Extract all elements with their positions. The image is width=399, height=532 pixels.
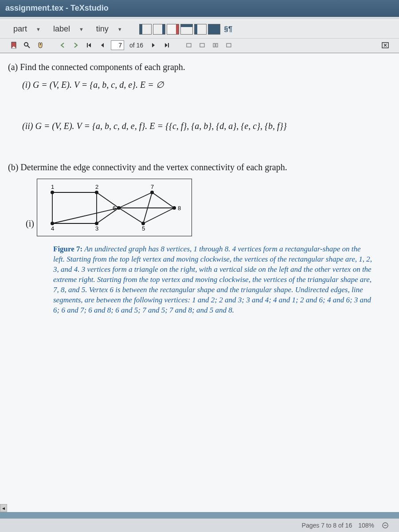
- pdf-preview[interactable]: (a) Find the connected components of eac…: [0, 53, 399, 512]
- scroll-left-icon[interactable]: ◄: [0, 504, 7, 512]
- dropdown-part[interactable]: part ▼: [9, 23, 45, 35]
- layout-icon-6[interactable]: [208, 24, 220, 35]
- window-title: assignment.tex - TeXstudio: [5, 4, 109, 12]
- layout-icon-3[interactable]: [167, 24, 179, 35]
- layout-icon-5[interactable]: [194, 24, 207, 35]
- toolbar-row-pdf: of 16: [0, 38, 399, 53]
- dropdown-label-label: label: [53, 24, 70, 34]
- problem-b-text: (b) Determine the edge connectivity and …: [8, 162, 391, 172]
- dropdown-tiny[interactable]: tiny ▼: [92, 23, 127, 35]
- problem-a-ii: (ii) G = (V, E). V = {a, b, c, d, e, f}.…: [22, 121, 391, 131]
- layout-icon-1[interactable]: [139, 24, 152, 35]
- layout-icon-2[interactable]: [153, 24, 165, 35]
- svg-rect-6: [200, 43, 204, 47]
- figure-caption-body: An undirected graph has 8 vertices, 1 th…: [53, 245, 372, 314]
- svg-point-30: [51, 222, 54, 225]
- svg-rect-9: [227, 43, 231, 47]
- svg-text:3: 3: [95, 225, 98, 231]
- page-number-input[interactable]: [111, 40, 124, 50]
- svg-point-38: [172, 206, 176, 210]
- svg-text:5: 5: [142, 225, 145, 231]
- hand-icon[interactable]: [35, 40, 45, 50]
- svg-text:2: 2: [95, 184, 98, 190]
- bookmark-icon[interactable]: [9, 40, 19, 50]
- caret-down-icon: ▼: [36, 27, 41, 32]
- svg-point-28: [95, 222, 98, 225]
- toolbar: part ▼ label ▼ tiny ▼ §¶: [0, 17, 399, 53]
- nav-icon-2[interactable]: [197, 40, 207, 50]
- last-page-icon[interactable]: [162, 40, 172, 50]
- figure-caption-title: Figure 7:: [53, 245, 82, 253]
- svg-line-16: [52, 208, 119, 223]
- svg-text:6: 6: [113, 205, 116, 211]
- caret-down-icon: ▼: [117, 27, 122, 32]
- figure-sub-label: (i): [26, 219, 34, 229]
- page-count-label: of 16: [128, 42, 145, 49]
- dropdown-tiny-label: tiny: [96, 24, 109, 34]
- svg-line-18: [119, 192, 152, 208]
- status-pages: Pages 7 to 8 of 16: [302, 522, 352, 529]
- svg-line-23: [143, 208, 174, 223]
- layout-icon-4[interactable]: [180, 24, 193, 35]
- svg-rect-8: [216, 43, 218, 47]
- paragraph-icon[interactable]: §¶: [222, 24, 235, 35]
- svg-line-2: [27, 46, 30, 48]
- svg-point-32: [141, 222, 145, 225]
- graph-svg: 12345678: [43, 183, 185, 231]
- svg-text:8: 8: [178, 205, 181, 211]
- toolbar-row-dropdowns: part ▼ label ▼ tiny ▼ §¶: [0, 20, 399, 38]
- svg-point-1: [24, 43, 28, 46]
- caret-down-icon: ▼: [79, 27, 84, 32]
- svg-rect-7: [213, 43, 215, 47]
- svg-rect-5: [187, 43, 191, 47]
- layout-icon-group: §¶: [139, 24, 235, 35]
- svg-text:7: 7: [151, 184, 154, 190]
- window-titlebar: assignment.tex - TeXstudio: [0, 0, 399, 17]
- svg-text:4: 4: [51, 225, 54, 231]
- first-page-icon[interactable]: [84, 40, 94, 50]
- zoom-out-icon[interactable]: [380, 520, 390, 530]
- close-panel-icon[interactable]: [380, 40, 390, 50]
- problem-a-text: (a) Find the connected components of eac…: [8, 62, 391, 72]
- arrow-left-icon[interactable]: [58, 40, 67, 50]
- nav-icon-1[interactable]: [184, 40, 194, 50]
- problem-a-i: (i) G = (V, E). V = {a, b, c, d, e}. E =…: [22, 79, 391, 90]
- search-icon[interactable]: [22, 40, 32, 50]
- nav-icon-3[interactable]: [211, 40, 220, 50]
- nav-icon-4[interactable]: [224, 40, 234, 50]
- dropdown-label[interactable]: label ▼: [49, 23, 88, 35]
- svg-point-26: [95, 191, 98, 194]
- figure-caption: Figure 7: An undirected graph has 8 vert…: [53, 244, 372, 316]
- next-page-icon[interactable]: [149, 40, 158, 50]
- figure-row: (i) 12345678: [26, 179, 391, 236]
- svg-point-36: [150, 191, 154, 194]
- status-bar: Pages 7 to 8 of 16 108%: [0, 518, 399, 532]
- prev-page-icon[interactable]: [98, 40, 107, 50]
- svg-point-34: [117, 206, 121, 210]
- svg-line-22: [152, 192, 174, 208]
- arrow-right-icon[interactable]: [71, 40, 81, 50]
- dropdown-part-label: part: [13, 24, 27, 34]
- graph-figure: 12345678: [37, 179, 192, 236]
- svg-point-24: [51, 191, 54, 194]
- svg-line-20: [119, 208, 143, 223]
- svg-text:1: 1: [51, 184, 54, 190]
- status-zoom: 108%: [358, 522, 374, 529]
